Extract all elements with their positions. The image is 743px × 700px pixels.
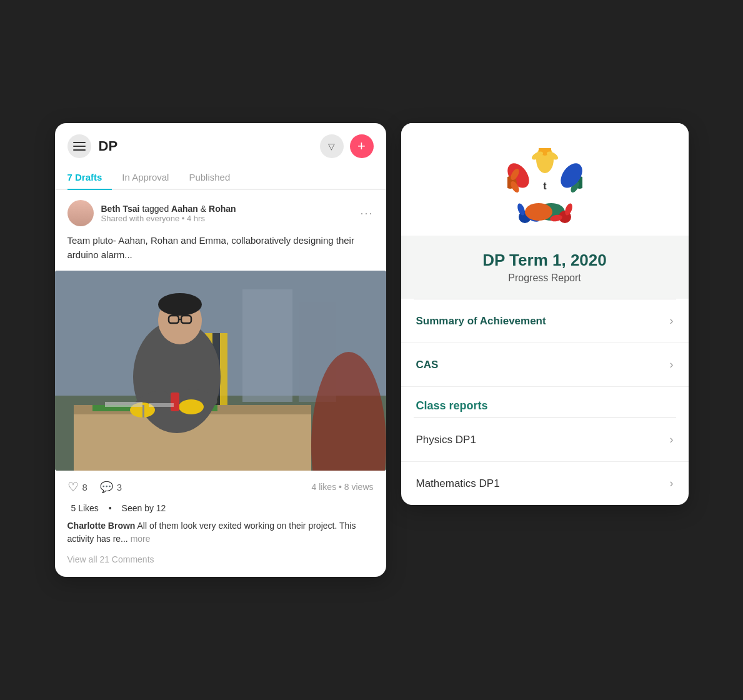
and-label: & <box>201 204 209 214</box>
class-reports-section-header: Class reports <box>401 387 689 418</box>
menu-item-summary[interactable]: Summary of Achievement › <box>401 299 689 343</box>
post-area: Beth Tsai tagged Aahan & Rohan Shared wi… <box>55 190 386 262</box>
tagged-name1: Aahan <box>171 204 198 214</box>
svg-text:t: t <box>543 181 547 191</box>
cas-label: CAS <box>416 359 439 371</box>
seen-label: Seen by 12 <box>122 503 166 513</box>
mathematics-label: Mathematics DP1 <box>416 478 500 490</box>
header-right: ▽ + <box>320 134 374 158</box>
like-action[interactable]: ♡ 8 <box>67 479 87 494</box>
report-title: DP Term 1, 2020 <box>414 251 676 270</box>
svg-point-16 <box>158 293 202 316</box>
comment-icon: 💬 <box>100 481 113 494</box>
right-card: t DP Term 1, 2020 Progress Report Summar… <box>401 123 689 505</box>
avatar <box>67 200 94 226</box>
post-text: Team pluto- Aahan, Rohan and Emma, colla… <box>67 234 374 262</box>
card-header: DP ▽ + <box>55 123 386 158</box>
physics-label: Physics DP1 <box>416 434 476 446</box>
logo-area: t <box>401 123 689 236</box>
likes-info: 5 Likes • Seen by 12 <box>55 503 386 519</box>
summary-label: Summary of Achievement <box>416 315 546 328</box>
post-actions: ♡ 8 💬 3 4 likes • 8 views <box>55 471 386 503</box>
comment-more[interactable]: more <box>131 534 151 544</box>
svg-rect-25 <box>149 403 174 407</box>
tabs-bar: 7 Drafts In Approval Published <box>55 166 386 190</box>
author-name: Beth Tsai <box>101 204 140 214</box>
filter-icon: ▽ <box>328 141 335 151</box>
comment-preview: Charlotte Brown All of them look very ex… <box>55 519 386 551</box>
menu-item-physics[interactable]: Physics DP1 › <box>401 418 689 462</box>
comment-action[interactable]: 💬 3 <box>100 481 122 494</box>
add-icon: + <box>357 138 366 154</box>
app-title: DP <box>99 138 118 154</box>
menu-item-mathematics[interactable]: Mathematics DP1 › <box>401 462 689 505</box>
svg-rect-24 <box>105 402 142 407</box>
menu-item-cas[interactable]: CAS › <box>401 343 689 387</box>
separator: • <box>109 503 114 513</box>
tagged-name2: Rohan <box>209 204 236 214</box>
hamburger-button[interactable] <box>67 134 91 158</box>
more-options-button[interactable]: ··· <box>360 207 373 220</box>
app-logo: t <box>507 148 582 223</box>
svg-point-20 <box>179 399 204 414</box>
likes-count: 8 <box>82 482 87 492</box>
left-card: DP ▽ + 7 Drafts In Approval Published <box>55 123 386 577</box>
tab-published[interactable]: Published <box>189 166 240 190</box>
filter-button[interactable]: ▽ <box>320 134 344 158</box>
chevron-icon-cas: › <box>670 358 674 371</box>
post-meta-left: Beth Tsai tagged Aahan & Rohan Shared wi… <box>67 200 236 226</box>
hamburger-icon <box>73 142 86 151</box>
view-all-comments[interactable]: View all 21 Comments <box>55 551 386 577</box>
class-reports-label: Class reports <box>416 399 488 412</box>
svg-rect-3 <box>242 289 292 402</box>
post-shared-info: Shared with everyone • 4 hrs <box>101 214 236 223</box>
svg-rect-21 <box>142 405 144 418</box>
chevron-icon-physics: › <box>670 433 674 446</box>
tab-drafts[interactable]: 7 Drafts <box>67 166 112 190</box>
post-author-line: Beth Tsai tagged Aahan & Rohan <box>101 204 236 214</box>
more-icon: ··· <box>360 207 373 219</box>
heart-icon: ♡ <box>67 479 79 494</box>
report-subtitle: Progress Report <box>414 272 676 284</box>
header-left: DP <box>67 134 118 158</box>
views-summary: 4 likes • 8 views <box>311 482 373 492</box>
svg-rect-22 <box>171 392 179 411</box>
chevron-icon-mathematics: › <box>670 477 674 490</box>
svg-rect-7 <box>220 333 227 414</box>
tagged-label: tagged <box>142 204 171 214</box>
post-meta: Beth Tsai tagged Aahan & Rohan Shared wi… <box>67 200 374 226</box>
add-button[interactable]: + <box>350 134 374 158</box>
comments-count: 3 <box>117 482 122 492</box>
post-author-info: Beth Tsai tagged Aahan & Rohan Shared wi… <box>101 204 236 223</box>
post-image <box>55 271 386 471</box>
workshop-image-svg <box>55 271 386 471</box>
tab-in-approval[interactable]: In Approval <box>122 166 179 190</box>
likes-label: 5 Likes <box>71 503 99 513</box>
report-header: DP Term 1, 2020 Progress Report <box>401 236 689 299</box>
chevron-icon-summary: › <box>670 314 674 328</box>
svg-point-42 <box>525 203 552 221</box>
commenter-name: Charlotte Brown <box>67 521 136 531</box>
